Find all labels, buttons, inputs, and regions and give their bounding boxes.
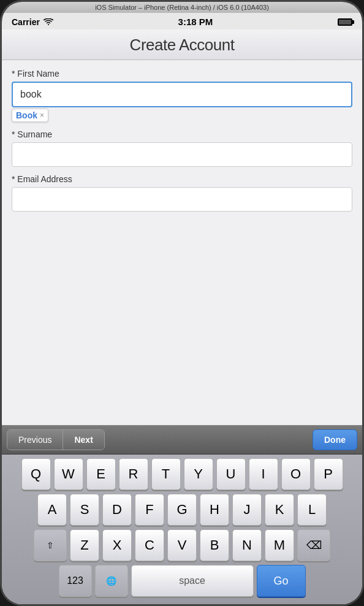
key-j[interactable]: J bbox=[232, 494, 262, 526]
key-m[interactable]: M bbox=[265, 529, 294, 561]
previous-button[interactable]: Previous bbox=[7, 430, 63, 450]
first-name-group: * First Name Book × bbox=[12, 69, 352, 122]
email-label: * Email Address bbox=[12, 174, 352, 184]
screen: Create Account * First Name Book × * Sur… bbox=[2, 29, 362, 604]
autocomplete-text: Book bbox=[16, 110, 37, 120]
email-input-partial[interactable] bbox=[12, 187, 352, 212]
key-y[interactable]: Y bbox=[184, 458, 213, 490]
key-f[interactable]: F bbox=[135, 494, 164, 526]
phone-frame: iOS Simulator – iPhone (Retina 4-inch) /… bbox=[0, 0, 364, 606]
key-o[interactable]: O bbox=[281, 458, 311, 490]
keyboard-toolbar: Previous Next Done bbox=[2, 425, 362, 454]
key-q[interactable]: Q bbox=[21, 458, 51, 490]
status-left: Carrier bbox=[12, 17, 53, 27]
surname-input[interactable] bbox=[12, 142, 352, 167]
email-group: * Email Address bbox=[12, 174, 352, 212]
go-key[interactable]: Go bbox=[257, 565, 306, 597]
globe-key[interactable]: 🌐 bbox=[95, 565, 128, 597]
surname-group: * Surname bbox=[12, 129, 352, 167]
done-button[interactable]: Done bbox=[313, 429, 357, 450]
toolbar-nav-group: Previous Next bbox=[7, 429, 105, 450]
form-area: * First Name Book × * Surname * Email Ad… bbox=[2, 60, 362, 425]
key-t[interactable]: T bbox=[151, 458, 181, 490]
next-button[interactable]: Next bbox=[63, 430, 104, 450]
status-bar: Carrier 3:18 PM bbox=[2, 13, 362, 29]
key-d[interactable]: D bbox=[102, 494, 132, 526]
shift-key[interactable]: ⇧ bbox=[34, 529, 67, 561]
autocomplete-dismiss[interactable]: × bbox=[40, 111, 44, 120]
key-u[interactable]: U bbox=[216, 458, 246, 490]
key-w[interactable]: W bbox=[54, 458, 83, 490]
key-e[interactable]: E bbox=[86, 458, 116, 490]
key-a[interactable]: A bbox=[37, 494, 67, 526]
key-x[interactable]: X bbox=[102, 529, 132, 561]
key-z[interactable]: Z bbox=[70, 529, 99, 561]
nav-bar: Create Account bbox=[2, 29, 362, 60]
key-h[interactable]: H bbox=[200, 494, 229, 526]
numbers-key[interactable]: 123 bbox=[59, 565, 92, 597]
wifi-icon bbox=[44, 18, 53, 26]
carrier-label: Carrier bbox=[12, 17, 40, 27]
autocomplete-dropdown[interactable]: Book × bbox=[12, 109, 48, 122]
space-key[interactable]: space bbox=[131, 565, 254, 597]
status-time: 3:18 PM bbox=[53, 17, 338, 27]
simulator-title-text: iOS Simulator – iPhone (Retina 4-inch) /… bbox=[95, 4, 269, 11]
battery-icon bbox=[338, 18, 352, 26]
key-i[interactable]: I bbox=[249, 458, 278, 490]
key-p[interactable]: P bbox=[314, 458, 343, 490]
key-n[interactable]: N bbox=[232, 529, 262, 561]
key-k[interactable]: K bbox=[265, 494, 294, 526]
key-row-2: A S D F G H J K L bbox=[4, 494, 360, 526]
first-name-input[interactable] bbox=[12, 82, 352, 107]
surname-label: * Surname bbox=[12, 129, 352, 139]
page-title: Create Account bbox=[12, 36, 352, 55]
key-g[interactable]: G bbox=[167, 494, 197, 526]
status-right bbox=[338, 18, 352, 26]
key-v[interactable]: V bbox=[167, 529, 197, 561]
first-name-label: * First Name bbox=[12, 69, 352, 79]
key-l[interactable]: L bbox=[297, 494, 327, 526]
key-row-1: Q W E R T Y U I O P bbox=[4, 458, 360, 490]
key-r[interactable]: R bbox=[119, 458, 148, 490]
key-c[interactable]: C bbox=[135, 529, 164, 561]
key-b[interactable]: B bbox=[200, 529, 229, 561]
keyboard: Q W E R T Y U I O P A S D F G H J K bbox=[2, 454, 362, 604]
key-row-4: 123 🌐 space Go bbox=[4, 565, 360, 597]
key-s[interactable]: S bbox=[70, 494, 99, 526]
key-row-3: ⇧ Z X C V B N M ⌫ bbox=[4, 529, 360, 561]
delete-key[interactable]: ⌫ bbox=[297, 529, 330, 561]
simulator-title-bar: iOS Simulator – iPhone (Retina 4-inch) /… bbox=[2, 2, 362, 13]
